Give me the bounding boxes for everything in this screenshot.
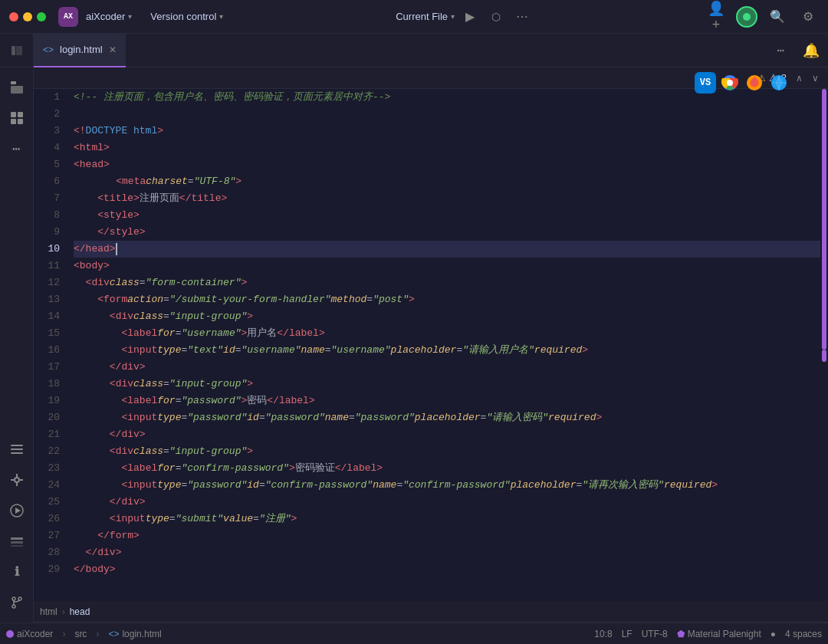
status-breadcrumb-file[interactable]: <> login.html: [108, 629, 161, 639]
run-button[interactable]: ▶: [459, 6, 481, 28]
line-num-7: 7: [34, 190, 67, 207]
line-num-12: 12: [34, 274, 67, 291]
svg-rect-20: [11, 545, 23, 547]
status-spaces[interactable]: 4 spaces: [785, 629, 822, 639]
code-line-28: </div>: [74, 544, 820, 561]
firefox-icon[interactable]: [744, 72, 765, 94]
svg-point-21: [12, 597, 15, 600]
browser-bar: VS: [695, 72, 790, 94]
line-num-1: 1: [34, 89, 67, 106]
close-button[interactable]: [9, 12, 18, 21]
line-num-26: 26: [34, 511, 67, 527]
code-editor[interactable]: 1 2 3 4 5 6 7 8 9 10 11 12 13 14 15 16 1…: [34, 89, 828, 601]
maximize-button[interactable]: [37, 12, 46, 21]
notification-bell-icon[interactable]: 🔔: [794, 34, 828, 67]
status-encoding[interactable]: UTF-8: [642, 629, 668, 639]
vscode-icon[interactable]: VS: [695, 72, 716, 94]
code-line-8: <style>: [74, 207, 820, 224]
code-line-2: [74, 106, 820, 123]
line-num-8: 8: [34, 207, 67, 224]
line-num-13: 13: [34, 291, 67, 308]
line-num-11: 11: [34, 258, 67, 274]
status-dot-2: ●: [770, 629, 776, 639]
line-numbers: 1 2 3 4 5 6 7 8 9 10 11 12 13 14 15 16 1…: [34, 89, 67, 601]
svg-marker-17: [15, 508, 21, 514]
code-line-23: <label for="confirm-password">密码验证</labe…: [74, 460, 820, 477]
code-line-6: <meta charset="UTF-8">: [74, 173, 820, 190]
tab-more-button[interactable]: ⋯: [767, 34, 794, 67]
status-ai-label: aiXcoder: [17, 629, 53, 639]
scrollbar-handle-top[interactable]: [822, 89, 826, 350]
tab-close-icon[interactable]: ✕: [109, 44, 117, 55]
code-line-13: <form action="/submit-your-form-handler"…: [74, 291, 820, 308]
sidebar-icon-play[interactable]: [3, 497, 31, 524]
sidebar-icon-git[interactable]: [3, 589, 31, 616]
code-line-26: <input type="submit" value="注册">: [74, 511, 820, 527]
line-num-2: 2: [34, 106, 67, 123]
line-num-24: 24: [34, 477, 67, 494]
code-line-15: <label for="username">用户名</label>: [74, 325, 820, 342]
sidebar-icon-tools[interactable]: [3, 466, 31, 494]
sidebar-icon-grid[interactable]: [3, 104, 31, 132]
scrollbar-handle-bottom[interactable]: [822, 350, 826, 362]
status-eol[interactable]: LF: [622, 629, 632, 639]
chrome-icon[interactable]: [719, 72, 741, 94]
line-num-28: 28: [34, 544, 67, 561]
debug-button[interactable]: ⬡: [485, 6, 507, 28]
code-line-11: <body>: [74, 258, 820, 274]
svg-point-22: [12, 605, 15, 608]
safari-icon[interactable]: [768, 72, 790, 94]
warning-nav-down[interactable]: ∨: [809, 71, 822, 85]
minimize-button[interactable]: [23, 12, 32, 21]
status-ai-dot[interactable]: aiXcoder: [6, 629, 53, 639]
more-button[interactable]: ⋯: [511, 6, 533, 28]
svg-point-27: [727, 80, 733, 86]
app-logo: AX: [58, 7, 78, 27]
line-num-27: 27: [34, 527, 67, 544]
settings-icon[interactable]: ⚙: [797, 6, 819, 28]
tab-label: login.html: [60, 44, 103, 55]
line-num-3: 3: [34, 123, 67, 140]
sidebar-icon-more[interactable]: ⋯: [3, 135, 31, 163]
breadcrumb-html[interactable]: html: [40, 606, 58, 617]
line-num-19: 19: [34, 393, 67, 409]
line-num-20: 20: [34, 409, 67, 426]
sidebar-toggle-icon[interactable]: [0, 34, 34, 67]
code-line-20: <input type="password" id="password" nam…: [74, 409, 820, 426]
svg-rect-5: [18, 112, 23, 117]
warning-nav-up[interactable]: ∧: [793, 71, 806, 85]
traffic-lights: [9, 12, 46, 21]
app-name[interactable]: aiXcoder ▾: [86, 11, 132, 22]
code-line-5: <head>: [74, 156, 820, 173]
sidebar-icon-layers[interactable]: [3, 527, 31, 555]
current-file-button[interactable]: Current File ▾: [396, 11, 455, 22]
tab-file-icon: <>: [43, 44, 54, 55]
svg-point-23: [18, 597, 21, 600]
search-icon[interactable]: 🔍: [767, 6, 788, 28]
code-line-21: </div>: [74, 426, 820, 443]
code-line-18: <div class="input-group">: [74, 376, 820, 393]
breadcrumb-head[interactable]: head: [70, 606, 90, 617]
tab-login-html[interactable]: <> login.html ✕: [34, 34, 126, 67]
code-line-27: </form>: [74, 527, 820, 544]
sidebar-icon-info[interactable]: ℹ: [3, 558, 31, 586]
ai-status-indicator: [736, 6, 757, 28]
status-theme[interactable]: ⬟ Material Palenight: [677, 629, 761, 639]
code-line-29: </body>: [74, 561, 820, 578]
line-num-29: 29: [34, 561, 67, 578]
code-lines[interactable]: <!-- 注册页面，包含用户名、密码、密码验证，页面元素居中对齐--> <!DO…: [67, 89, 820, 601]
sidebar-icon-explorer[interactable]: [3, 74, 31, 101]
line-num-5: 5: [34, 156, 67, 173]
status-breadcrumb-src[interactable]: src: [74, 629, 87, 639]
line-num-15: 15: [34, 325, 67, 342]
line-num-16: 16: [34, 342, 67, 359]
line-num-6: 6: [34, 173, 67, 190]
tab-bar: <> login.html ✕ ⋯ 🔔: [0, 34, 828, 67]
line-num-17: 17: [34, 359, 67, 376]
version-control-btn[interactable]: Version control ▾: [150, 11, 223, 22]
vertical-scrollbar[interactable]: [820, 89, 828, 601]
code-line-25: </div>: [74, 494, 820, 511]
status-position[interactable]: 10:8: [594, 629, 612, 639]
add-user-icon[interactable]: 👤+: [705, 6, 727, 28]
sidebar-icon-list[interactable]: [3, 435, 31, 463]
